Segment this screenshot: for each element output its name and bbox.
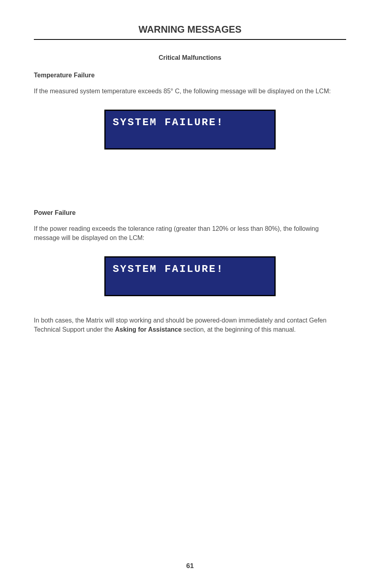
power-body-text: If the power reading exceeds the toleran… xyxy=(34,224,346,242)
lcm-text-temperature: SYSTEM FAILURE! xyxy=(113,116,267,128)
lcm-display-power: SYSTEM FAILURE! xyxy=(104,256,276,296)
subtitle: Critical Malfunctions xyxy=(34,54,346,61)
lcm-text-power: SYSTEM FAILURE! xyxy=(113,263,267,275)
lcm-display-temperature: SYSTEM FAILURE! xyxy=(104,110,276,149)
temperature-body-text: If the measured system temperature excee… xyxy=(34,87,346,96)
section-heading-temperature: Temperature Failure xyxy=(34,72,346,79)
page-title: WARNING MESSAGES xyxy=(34,24,346,40)
final-paragraph-part2: section, at the beginning of this manual… xyxy=(182,326,296,333)
final-paragraph: In both cases, the Matrix will stop work… xyxy=(34,316,346,334)
page-number: 61 xyxy=(0,562,380,570)
section-heading-power: Power Failure xyxy=(34,209,346,216)
final-paragraph-bold: Asking for Assistance xyxy=(115,326,182,333)
